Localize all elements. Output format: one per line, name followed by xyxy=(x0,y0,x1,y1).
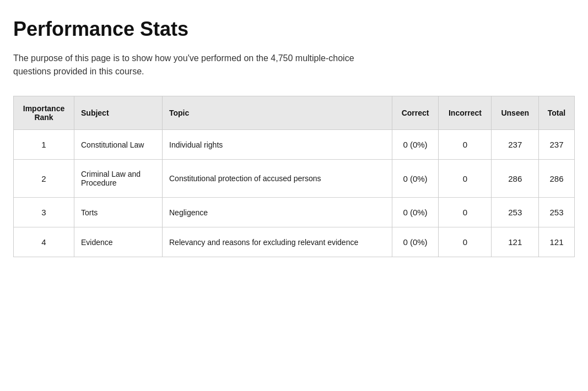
table-header-row: Importance Rank Subject Topic Correct In… xyxy=(14,96,575,130)
cell-incorrect: 0 xyxy=(439,227,492,257)
header-incorrect: Incorrect xyxy=(439,96,492,130)
cell-subject: Torts xyxy=(74,198,163,227)
header-correct: Correct xyxy=(392,96,439,130)
cell-correct: 0 (0%) xyxy=(392,130,439,160)
cell-total: 121 xyxy=(539,227,575,257)
cell-correct: 0 (0%) xyxy=(392,227,439,257)
performance-stats-table: Importance Rank Subject Topic Correct In… xyxy=(13,96,575,257)
cell-correct: 0 (0%) xyxy=(392,160,439,198)
cell-topic: Negligence xyxy=(163,198,392,227)
cell-incorrect: 0 xyxy=(439,198,492,227)
page-title: Performance Stats xyxy=(13,18,575,41)
page-description: The purpose of this page is to show how … xyxy=(13,52,388,78)
header-rank: Importance Rank xyxy=(14,96,74,130)
cell-unseen: 121 xyxy=(492,227,539,257)
cell-topic: Constitutional protection of accused per… xyxy=(163,160,392,198)
cell-subject: Criminal Law and Procedure xyxy=(74,160,163,198)
cell-unseen: 237 xyxy=(492,130,539,160)
cell-subject: Evidence xyxy=(74,227,163,257)
cell-topic: Relevancy and reasons for excluding rele… xyxy=(163,227,392,257)
header-subject: Subject xyxy=(74,96,163,130)
header-total: Total xyxy=(539,96,575,130)
cell-rank: 2 xyxy=(14,160,74,198)
header-topic: Topic xyxy=(163,96,392,130)
table-row: 2Criminal Law and ProcedureConstitutiona… xyxy=(14,160,575,198)
table-row: 4EvidenceRelevancy and reasons for exclu… xyxy=(14,227,575,257)
cell-total: 286 xyxy=(539,160,575,198)
cell-total: 237 xyxy=(539,130,575,160)
cell-total: 253 xyxy=(539,198,575,227)
cell-topic: Individual rights xyxy=(163,130,392,160)
header-unseen: Unseen xyxy=(492,96,539,130)
cell-incorrect: 0 xyxy=(439,130,492,160)
cell-unseen: 253 xyxy=(492,198,539,227)
cell-subject: Constitutional Law xyxy=(74,130,163,160)
table-row: 1Constitutional LawIndividual rights0 (0… xyxy=(14,130,575,160)
cell-incorrect: 0 xyxy=(439,160,492,198)
table-row: 3TortsNegligence0 (0%)0253253 xyxy=(14,198,575,227)
cell-rank: 1 xyxy=(14,130,74,160)
cell-unseen: 286 xyxy=(492,160,539,198)
cell-rank: 4 xyxy=(14,227,74,257)
cell-rank: 3 xyxy=(14,198,74,227)
cell-correct: 0 (0%) xyxy=(392,198,439,227)
